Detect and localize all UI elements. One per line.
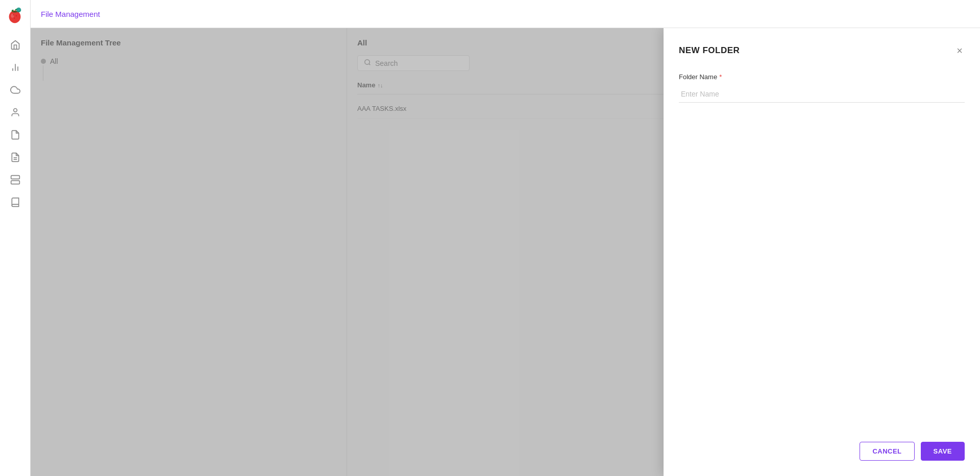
svg-rect-13 — [11, 176, 19, 179]
app-logo — [5, 5, 26, 26]
sidebar-item-book[interactable] — [6, 193, 24, 211]
save-button[interactable]: SAVE — [921, 442, 965, 461]
sidebar — [0, 0, 31, 476]
main-area: File Management File Management Tree All… — [31, 0, 980, 476]
new-folder-modal: NEW FOLDER × Folder Name * CANCEL SAVE — [664, 28, 980, 476]
sidebar-item-document[interactable] — [6, 126, 24, 144]
page-title: File Management — [41, 10, 100, 18]
sidebar-item-user[interactable] — [6, 103, 24, 122]
svg-point-4 — [14, 17, 15, 19]
cancel-button[interactable]: CANCEL — [860, 442, 914, 461]
modal-title: NEW FOLDER — [679, 45, 740, 56]
svg-point-6 — [17, 9, 20, 12]
sidebar-item-home[interactable] — [6, 36, 24, 54]
sidebar-item-file-alt[interactable] — [6, 148, 24, 166]
sidebar-item-server[interactable] — [6, 171, 24, 189]
svg-point-2 — [13, 14, 14, 16]
content-area: File Management Tree All All Name — [31, 28, 980, 476]
modal-footer: CANCEL SAVE — [679, 432, 965, 461]
folder-name-input[interactable] — [679, 86, 965, 103]
modal-close-button[interactable]: × — [954, 43, 965, 58]
modal-header: NEW FOLDER × — [679, 43, 965, 58]
header: File Management — [31, 0, 980, 28]
svg-point-10 — [13, 109, 17, 112]
svg-rect-14 — [11, 181, 19, 184]
sidebar-item-cloud[interactable] — [6, 81, 24, 99]
modal-backdrop: NEW FOLDER × Folder Name * CANCEL SAVE — [31, 28, 980, 476]
required-indicator: * — [719, 73, 722, 81]
folder-name-label: Folder Name * — [679, 73, 965, 81]
sidebar-item-analytics[interactable] — [6, 58, 24, 77]
modal-body: Folder Name * — [679, 73, 965, 432]
svg-point-3 — [15, 15, 16, 16]
